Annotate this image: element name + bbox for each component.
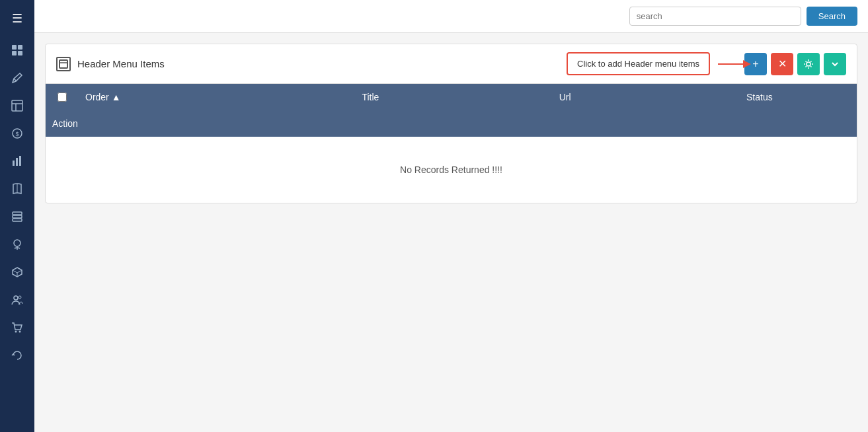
sidebar-item-plant[interactable] xyxy=(5,233,29,256)
svg-line-18 xyxy=(13,270,17,273)
svg-point-16 xyxy=(14,240,20,246)
sidebar-item-box[interactable] xyxy=(5,260,29,284)
chevron-down-icon xyxy=(831,60,839,68)
svg-rect-13 xyxy=(13,212,22,215)
no-records-message: No Records Returned !!!! xyxy=(374,138,529,201)
sidebar-item-refresh[interactable] xyxy=(5,343,29,367)
svg-text:$: $ xyxy=(15,131,19,137)
sidebar-item-barchart[interactable] xyxy=(5,149,29,173)
content-area: Header Menu Items Click to add Header me… xyxy=(34,33,868,432)
hint-box: Click to add Header menu items xyxy=(567,52,710,75)
sidebar-item-dashboard[interactable] xyxy=(5,38,29,62)
table-header-title: Title xyxy=(273,84,467,110)
search-input[interactable] xyxy=(629,7,801,26)
svg-rect-15 xyxy=(13,219,22,221)
sidebar-hamburger[interactable]: ☰ xyxy=(5,7,29,30)
table-body: No Records Returned !!!! xyxy=(46,137,857,203)
svg-rect-1 xyxy=(18,45,22,50)
table-header-action: Action xyxy=(46,110,79,137)
panel-header: Header Menu Items Click to add Header me… xyxy=(46,44,857,84)
table-header-url: Url xyxy=(468,84,662,110)
svg-rect-4 xyxy=(12,100,22,111)
sidebar-item-book[interactable] xyxy=(5,177,29,201)
gear-icon xyxy=(803,59,814,69)
panel-title-text: Header Menu Items xyxy=(77,58,165,69)
svg-rect-2 xyxy=(12,51,17,55)
table-header-order: Order ▲ xyxy=(79,84,273,110)
svg-rect-14 xyxy=(13,215,22,218)
svg-point-29 xyxy=(807,62,810,66)
sidebar-item-layers[interactable] xyxy=(5,205,29,229)
topbar: Search xyxy=(34,0,868,33)
panel-actions: Click to add Header menu items xyxy=(567,52,846,75)
table-header-checkbox-cell[interactable] xyxy=(46,84,79,110)
svg-rect-3 xyxy=(18,51,22,55)
svg-rect-10 xyxy=(16,158,18,166)
sidebar-item-table[interactable] xyxy=(5,94,29,118)
svg-rect-9 xyxy=(13,161,15,166)
svg-rect-25 xyxy=(59,60,67,68)
dropdown-button[interactable] xyxy=(824,53,846,75)
close-button[interactable]: ✕ xyxy=(771,53,793,75)
hint-text: Click to add Header menu items xyxy=(577,59,699,69)
main-content: Search Header Menu Items xyxy=(34,0,868,432)
svg-point-24 xyxy=(19,331,21,333)
panel-title-icon xyxy=(56,57,71,71)
settings-button[interactable] xyxy=(797,53,820,75)
select-all-checkbox[interactable] xyxy=(58,92,67,102)
sidebar-item-cart[interactable] xyxy=(5,316,29,340)
panel: Header Menu Items Click to add Header me… xyxy=(45,44,857,203)
panel-title: Header Menu Items xyxy=(56,57,165,71)
svg-line-19 xyxy=(17,270,22,273)
search-button[interactable]: Search xyxy=(807,7,857,26)
sidebar-item-edit[interactable] xyxy=(5,66,29,90)
svg-rect-11 xyxy=(19,156,21,166)
table-header: Order ▲ Title Url Status Action xyxy=(46,84,857,137)
sidebar: ☰ $ xyxy=(0,0,34,432)
svg-point-23 xyxy=(15,331,17,333)
hint-arrow-icon xyxy=(718,57,751,71)
sidebar-item-money[interactable]: $ xyxy=(5,122,29,145)
sidebar-item-users[interactable] xyxy=(5,288,29,312)
svg-point-22 xyxy=(19,296,21,299)
svg-rect-0 xyxy=(12,45,17,50)
svg-point-21 xyxy=(14,296,18,300)
table-header-status: Status xyxy=(662,84,857,110)
